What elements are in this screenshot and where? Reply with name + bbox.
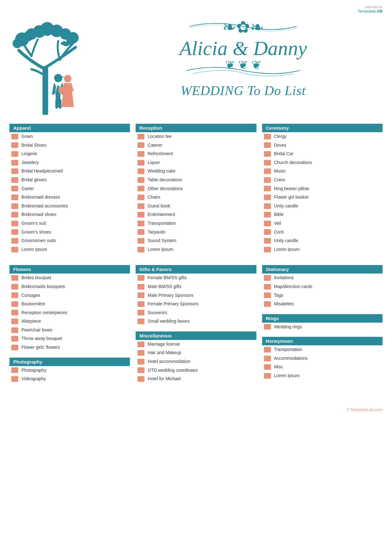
checkbox[interactable] bbox=[137, 203, 144, 209]
checkbox[interactable] bbox=[264, 134, 271, 139]
checkbox[interactable] bbox=[11, 327, 18, 333]
checkbox[interactable] bbox=[11, 310, 18, 315]
apparel-list: Gown Bridal Shoes Lingerie Jewelery Brid… bbox=[9, 132, 130, 254]
list-item: Bridal Headpiece/veil bbox=[9, 167, 130, 176]
checkbox[interactable] bbox=[264, 142, 271, 148]
checkbox[interactable] bbox=[264, 247, 271, 252]
checkbox[interactable] bbox=[11, 284, 18, 290]
checkbox[interactable] bbox=[11, 221, 18, 226]
list-item: OTD wedding coordinator bbox=[136, 366, 256, 375]
list-item: Boutonnière bbox=[9, 300, 130, 308]
checkbox[interactable] bbox=[137, 342, 144, 347]
list-item: Church decorations bbox=[262, 158, 383, 167]
checkbox[interactable] bbox=[264, 229, 271, 235]
checkbox[interactable] bbox=[11, 292, 18, 298]
checkbox[interactable] bbox=[264, 151, 271, 157]
checkbox[interactable] bbox=[11, 203, 18, 209]
checkbox[interactable] bbox=[11, 195, 18, 200]
checkbox[interactable] bbox=[137, 212, 144, 218]
list-item: Other decorations bbox=[136, 184, 256, 193]
checkbox[interactable] bbox=[264, 203, 271, 209]
checkbox[interactable] bbox=[264, 177, 271, 183]
list-item: Bridal Car bbox=[262, 150, 383, 158]
checkbox[interactable] bbox=[11, 134, 18, 139]
checkbox[interactable] bbox=[137, 221, 144, 226]
list-item: Hair and Makeup bbox=[136, 348, 256, 357]
checkbox[interactable] bbox=[264, 347, 271, 353]
checkbox[interactable] bbox=[137, 247, 144, 252]
checkbox[interactable] bbox=[137, 359, 144, 365]
list-item: Hotel for Michael bbox=[136, 375, 256, 383]
checkbox[interactable] bbox=[137, 195, 144, 200]
stationary-list: Invitations Map/direction cards Tags Mis… bbox=[262, 274, 383, 308]
section-ceremony: Ceremony Clergy Doves Bridal Car Church … bbox=[262, 124, 383, 254]
checkbox[interactable] bbox=[11, 275, 18, 281]
checkbox[interactable] bbox=[11, 336, 18, 342]
checkbox[interactable] bbox=[137, 229, 144, 235]
checkbox[interactable] bbox=[264, 301, 271, 307]
checkbox[interactable] bbox=[11, 345, 18, 350]
checkbox[interactable] bbox=[264, 186, 271, 191]
checkbox[interactable] bbox=[11, 168, 18, 174]
checkbox[interactable] bbox=[264, 212, 271, 218]
checkbox[interactable] bbox=[11, 247, 18, 252]
checkbox[interactable] bbox=[137, 367, 144, 373]
list-item: Sound System bbox=[136, 236, 256, 245]
checkbox[interactable] bbox=[137, 292, 144, 298]
checkbox[interactable] bbox=[11, 186, 18, 191]
checkbox[interactable] bbox=[264, 284, 271, 290]
wedding-illustration bbox=[13, 9, 98, 116]
checkbox[interactable] bbox=[264, 168, 271, 174]
checkbox[interactable] bbox=[137, 151, 144, 157]
checkbox[interactable] bbox=[264, 364, 271, 370]
checkbox[interactable] bbox=[11, 142, 18, 148]
checkbox[interactable] bbox=[11, 376, 18, 382]
checkbox[interactable] bbox=[11, 367, 18, 373]
section-rings: Rings Wedding rings bbox=[262, 314, 383, 331]
list-item: Bridal gloves bbox=[9, 176, 130, 184]
list-item: Gown bbox=[9, 132, 130, 141]
checkbox[interactable] bbox=[137, 238, 144, 244]
checkbox[interactable] bbox=[137, 319, 144, 324]
footer-link[interactable]: © TemplateLab.com bbox=[346, 407, 383, 412]
checkbox[interactable] bbox=[264, 238, 271, 244]
checkbox[interactable] bbox=[137, 168, 144, 174]
checkbox[interactable] bbox=[264, 160, 271, 166]
checkbox[interactable] bbox=[264, 195, 271, 200]
list-item: Misc bbox=[262, 363, 383, 371]
checkbox[interactable] bbox=[11, 238, 18, 244]
list-item: Altarpiece bbox=[9, 317, 130, 326]
illustration-container bbox=[13, 9, 107, 117]
reception-header: Reception bbox=[136, 124, 256, 132]
checkbox[interactable] bbox=[264, 221, 271, 226]
checkbox[interactable] bbox=[264, 275, 271, 281]
checkbox[interactable] bbox=[11, 229, 18, 235]
checkbox[interactable] bbox=[264, 292, 271, 298]
list-item: Flower girl basket bbox=[262, 193, 383, 202]
list-item: Lorem Ipsum bbox=[9, 245, 130, 254]
checkbox[interactable] bbox=[264, 356, 271, 361]
checkbox[interactable] bbox=[11, 177, 18, 183]
checkbox[interactable] bbox=[137, 301, 144, 307]
checkbox[interactable] bbox=[137, 142, 144, 148]
list-item: Bridesmaid accessories bbox=[9, 202, 130, 211]
checkbox[interactable] bbox=[11, 160, 18, 166]
checkbox[interactable] bbox=[137, 160, 144, 166]
checkbox[interactable] bbox=[11, 151, 18, 157]
checkbox[interactable] bbox=[11, 212, 18, 218]
checkbox[interactable] bbox=[11, 319, 18, 324]
checkbox[interactable] bbox=[137, 275, 144, 281]
checkbox[interactable] bbox=[11, 301, 18, 307]
checkbox[interactable] bbox=[137, 376, 144, 382]
checkbox[interactable] bbox=[137, 284, 144, 290]
checkbox[interactable] bbox=[264, 324, 271, 330]
checkbox[interactable] bbox=[137, 177, 144, 183]
checkbox[interactable] bbox=[137, 310, 144, 315]
col-apparel: Apparel Gown Bridal Shoes Lingerie Jewel… bbox=[9, 124, 130, 259]
checkbox[interactable] bbox=[137, 186, 144, 191]
checkbox[interactable] bbox=[264, 373, 271, 379]
checkbox[interactable] bbox=[137, 350, 144, 356]
checkbox[interactable] bbox=[137, 134, 144, 139]
main-content: Apparel Gown Bridal Shoes Lingerie Jewel… bbox=[0, 121, 392, 404]
list-item: Groom's shoes bbox=[9, 228, 130, 237]
